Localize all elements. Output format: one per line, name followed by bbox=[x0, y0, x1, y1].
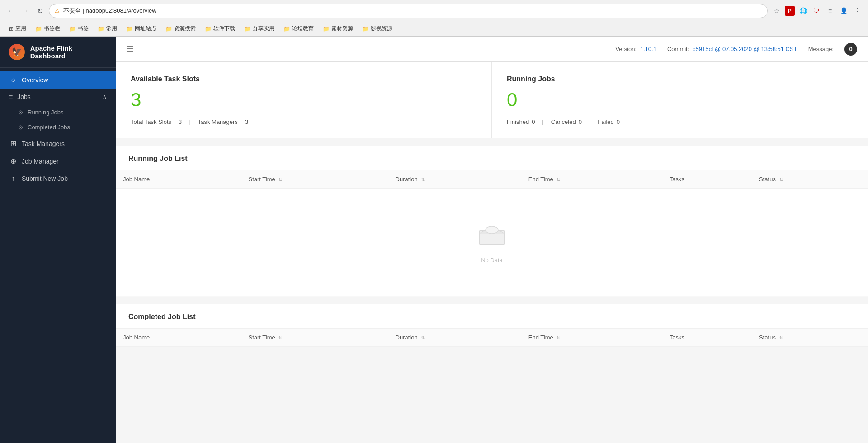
folder-icon-9: 📁 bbox=[323, 26, 330, 32]
task-slots-number: 3 bbox=[131, 90, 477, 109]
running-job-list-title: Running Job List bbox=[128, 155, 855, 163]
url-text: 不安全 | hadoop02:8081/#/overview bbox=[63, 7, 156, 15]
folder-icon-3: 📁 bbox=[98, 26, 104, 32]
jobs-label: Jobs bbox=[17, 93, 31, 100]
menu-button[interactable]: ⋮ bbox=[852, 5, 863, 16]
jobs-caret-icon: ∧ bbox=[103, 94, 107, 100]
completed-jobs-label: Completed Jobs bbox=[28, 124, 70, 131]
address-bar[interactable]: ⚠ 不安全 | hadoop02:8081/#/overview bbox=[49, 4, 768, 18]
extension-btn-3[interactable]: 🛡 bbox=[811, 5, 822, 16]
sort-icon-cjl-start-time: ⇅ bbox=[278, 335, 282, 340]
col-cjl-start-time[interactable]: Start Time ⇅ bbox=[241, 329, 388, 347]
version-info: Version: 1.10.1 Commit: c5915cf @ 07.05.… bbox=[615, 43, 857, 56]
profile-button[interactable]: 👤 bbox=[838, 5, 849, 16]
bookmark-star-button[interactable]: ☆ bbox=[771, 5, 782, 16]
bookmark-10[interactable]: 📁 影视资源 bbox=[359, 24, 396, 33]
forward-button[interactable]: → bbox=[20, 5, 31, 16]
sidebar-item-overview[interactable]: ○ Overview bbox=[0, 71, 116, 89]
bookmark-5[interactable]: 📁 资源搜索 bbox=[162, 24, 199, 33]
sort-icon-end-time: ⇅ bbox=[557, 177, 560, 182]
bookmark-9[interactable]: 📁 素材资源 bbox=[319, 24, 357, 33]
message-badge[interactable]: 0 bbox=[844, 43, 857, 56]
extension-btn-2[interactable]: 🌐 bbox=[797, 5, 808, 16]
running-jobs-card: Running Jobs 0 Finished 0 | Canceled 0 bbox=[492, 62, 868, 138]
no-data-text: No Data bbox=[481, 257, 503, 264]
total-task-slots-label: Total Task Slots bbox=[131, 118, 171, 125]
refresh-button[interactable]: ↻ bbox=[34, 5, 45, 16]
overview-icon: ○ bbox=[9, 76, 17, 84]
bookmark-4-label: 网址站点 bbox=[135, 25, 156, 33]
job-manager-label: Job Manager bbox=[22, 158, 59, 165]
app-logo: 🦅 bbox=[9, 44, 25, 60]
hamburger-menu-icon[interactable]: ☰ bbox=[127, 44, 134, 54]
app-layout: 🦅 Apache Flink Dashboard ○ Overview ≡ Jo… bbox=[0, 37, 868, 443]
failed-stat: Failed 0 bbox=[598, 118, 620, 125]
running-jobs-label: Running Jobs bbox=[28, 109, 64, 116]
bookmark-1[interactable]: 📁 书签栏 bbox=[32, 24, 64, 33]
bookmark-apps-label: 应用 bbox=[15, 25, 26, 33]
svg-point-1 bbox=[486, 226, 498, 234]
col-job-name[interactable]: Job Name bbox=[116, 170, 241, 189]
browser-chrome: ← → ↻ ⚠ 不安全 | hadoop02:8081/#/overview ☆… bbox=[0, 0, 868, 37]
sort-icon-start-time: ⇅ bbox=[278, 177, 282, 182]
col-cjl-end-time[interactable]: End Time ⇅ bbox=[521, 329, 662, 347]
canceled-label: Canceled bbox=[551, 118, 576, 125]
bookmark-3-label: 常用 bbox=[106, 25, 117, 33]
sort-icon-cjl-status: ⇅ bbox=[779, 335, 783, 340]
col-duration[interactable]: Duration ⇅ bbox=[388, 170, 521, 189]
completed-job-table-header-row: Job Name Start Time ⇅ Duration ⇅ bbox=[116, 329, 868, 347]
bookmarks-bar: ⊞ 应用 📁 书签栏 📁 书签 📁 常用 📁 网址站点 📁 资源搜索 📁 软件下… bbox=[0, 22, 868, 36]
sidebar-section-jobs: ≡ Jobs ∧ ⊙ Running Jobs ⊙ Completed Jobs bbox=[0, 89, 116, 135]
folder-icon-1: 📁 bbox=[35, 26, 42, 32]
bookmark-7[interactable]: 📁 分享实用 bbox=[241, 24, 278, 33]
col-cjl-status[interactable]: Status ⇅ bbox=[752, 329, 868, 347]
sort-icon-duration: ⇅ bbox=[421, 177, 425, 182]
main-area: ☰ Version: 1.10.1 Commit: c5915cf @ 07.0… bbox=[116, 37, 868, 443]
col-tasks[interactable]: Tasks bbox=[662, 170, 752, 189]
section-divider-1 bbox=[116, 138, 868, 142]
col-cjl-duration[interactable]: Duration ⇅ bbox=[388, 329, 521, 347]
bookmark-9-label: 素材资源 bbox=[331, 25, 353, 33]
back-button[interactable]: ← bbox=[5, 5, 16, 16]
col-cjl-tasks[interactable]: Tasks bbox=[662, 329, 752, 347]
sidebar-item-task-managers[interactable]: ⊞ Task Managers bbox=[0, 135, 116, 152]
bookmark-3[interactable]: 📁 常用 bbox=[94, 24, 121, 33]
main-content: Available Task Slots 3 Total Task Slots … bbox=[116, 62, 868, 443]
section-divider-2 bbox=[116, 297, 868, 300]
sidebar-item-job-manager[interactable]: ⊕ Job Manager bbox=[0, 152, 116, 170]
browser-actions: ☆ P 🌐 🛡 ≡ 👤 ⋮ bbox=[771, 5, 863, 16]
bookmark-2-label: 书签 bbox=[78, 25, 89, 33]
bookmark-6[interactable]: 📁 软件下载 bbox=[201, 24, 239, 33]
completed-job-table-head: Job Name Start Time ⇅ Duration ⇅ bbox=[116, 329, 868, 347]
running-job-list-section: Running Job List Job Name Start Time ⇅ bbox=[116, 146, 868, 297]
total-task-slots-value: 3 bbox=[179, 118, 182, 125]
content-inner: Available Task Slots 3 Total Task Slots … bbox=[116, 62, 868, 347]
running-jobs-number: 0 bbox=[507, 90, 853, 109]
task-slots-stats: Total Task Slots 3 | Task Managers 3 bbox=[131, 118, 477, 125]
bookmark-apps[interactable]: ⊞ 应用 bbox=[5, 24, 30, 33]
sidebar-item-running-jobs[interactable]: ⊙ Running Jobs bbox=[0, 105, 116, 120]
extension-btn-1[interactable]: P bbox=[785, 6, 795, 16]
jobs-section-header[interactable]: ≡ Jobs ∧ bbox=[0, 89, 116, 105]
bookmark-4[interactable]: 📁 网址站点 bbox=[123, 24, 160, 33]
col-start-time[interactable]: Start Time ⇅ bbox=[241, 170, 388, 189]
folder-icon-10: 📁 bbox=[362, 26, 369, 32]
sidebar-item-completed-jobs[interactable]: ⊙ Completed Jobs bbox=[0, 120, 116, 135]
finished-label: Finished bbox=[507, 118, 529, 125]
col-status[interactable]: Status ⇅ bbox=[752, 170, 868, 189]
bookmark-8[interactable]: 📁 论坛教育 bbox=[280, 24, 317, 33]
finished-value: 0 bbox=[532, 118, 535, 125]
col-end-time[interactable]: End Time ⇅ bbox=[521, 170, 662, 189]
running-job-table: Job Name Start Time ⇅ Duration ⇅ bbox=[116, 170, 868, 297]
col-cjl-job-name[interactable]: Job Name bbox=[116, 329, 241, 347]
jobs-icon: ≡ bbox=[9, 93, 13, 100]
bookmark-2[interactable]: 📁 书签 bbox=[66, 24, 92, 33]
sort-icon-cjl-duration: ⇅ bbox=[421, 335, 425, 340]
submit-job-icon: ↑ bbox=[9, 174, 17, 183]
sidebar-item-submit-job[interactable]: ↑ Submit New Job bbox=[0, 170, 116, 187]
running-job-table-body: No Data bbox=[116, 189, 868, 297]
no-data-row: No Data bbox=[116, 189, 868, 297]
lock-icon: ⚠ bbox=[55, 8, 60, 14]
version-value: 1.10.1 bbox=[640, 46, 656, 52]
extension-btn-4[interactable]: ≡ bbox=[825, 5, 835, 16]
